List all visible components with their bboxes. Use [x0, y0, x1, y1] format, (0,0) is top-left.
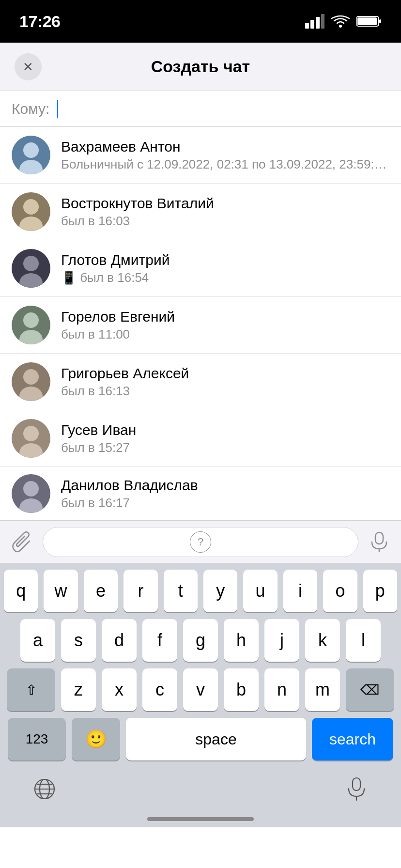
contact-item-danilov[interactable]: Данилов Владислав был в 16:17 [0, 467, 401, 520]
question-button[interactable]: ? [190, 531, 211, 553]
keyboard-rows: q w e r t y u i o p a s d f g h j k l ⇧ … [0, 563, 401, 760]
backspace-key[interactable]: ⌫ [346, 668, 394, 711]
key-row-2: a s d f g h j k l [4, 619, 397, 662]
svg-rect-3 [321, 14, 324, 29]
status-bar: 17:26 [0, 0, 401, 43]
contact-list: Вахрамеев Антон Больничный с 12.09.2022,… [0, 127, 401, 520]
svg-rect-0 [305, 23, 309, 29]
svg-point-14 [23, 312, 39, 328]
nav-header: ✕ Создать чат [0, 43, 401, 91]
key-o[interactable]: o [323, 570, 357, 612]
contact-item-gorelov[interactable]: Горелов Евгений был в 11:00 [0, 297, 401, 354]
keyboard-mic-button[interactable] [341, 774, 372, 805]
globe-button[interactable] [29, 774, 60, 805]
svg-point-18 [23, 426, 39, 441]
avatar-glotov [12, 249, 50, 288]
svg-point-13 [19, 273, 43, 288]
key-j[interactable]: j [264, 619, 299, 662]
contact-info-grigoriev: Григорьев Алексей был в 16:13 [61, 365, 389, 399]
key-row-3: ⇧ z x c v b n m ⌫ [4, 668, 397, 711]
svg-rect-6 [357, 17, 377, 25]
key-r[interactable]: r [123, 570, 157, 612]
key-b[interactable]: b [224, 668, 259, 711]
contact-info-gorelov: Горелов Евгений был в 11:00 [61, 309, 389, 342]
voice-button[interactable] [365, 528, 393, 556]
svg-rect-22 [375, 532, 383, 544]
key-row-1: q w e r t y u i o p [4, 570, 397, 612]
contact-info-vostroknutov: Вострокнутов Виталий был в 16:03 [61, 195, 389, 229]
keyboard-bottom [0, 767, 401, 811]
key-z[interactable]: z [61, 668, 96, 711]
contact-info-gusev: Гусев Иван был в 15:27 [61, 422, 389, 455]
message-bar: ? [0, 520, 401, 563]
page-title: Создать чат [151, 57, 250, 76]
svg-point-16 [23, 369, 39, 385]
key-e[interactable]: e [84, 570, 118, 612]
key-k[interactable]: k [305, 619, 340, 662]
contact-item-grigoriev[interactable]: Григорьев Алексей был в 16:13 [0, 354, 401, 410]
key-m[interactable]: m [305, 668, 340, 711]
message-input[interactable]: ? [43, 527, 358, 557]
key-t[interactable]: t [164, 570, 198, 612]
svg-point-21 [19, 498, 43, 513]
key-n[interactable]: n [264, 668, 299, 711]
key-q[interactable]: q [4, 570, 38, 612]
svg-rect-2 [316, 17, 320, 29]
signal-icon [305, 14, 324, 29]
svg-rect-1 [310, 20, 314, 29]
key-i[interactable]: i [283, 570, 317, 612]
attach-button[interactable] [8, 528, 36, 556]
to-cursor [57, 100, 58, 118]
contact-item-glotov[interactable]: Глотов Дмитрий 📱 был в 16:54 [0, 240, 401, 297]
contact-name: Гусев Иван [61, 422, 389, 438]
avatar-grigoriev [12, 362, 50, 401]
key-d[interactable]: d [102, 619, 137, 662]
close-icon: ✕ [23, 61, 33, 73]
key-g[interactable]: g [183, 619, 218, 662]
contact-item-vostroknutov[interactable]: Вострокнутов Виталий был в 16:03 [0, 184, 401, 240]
contact-name: Григорьев Алексей [61, 365, 389, 382]
emoji-key[interactable]: 🙂 [72, 718, 120, 760]
svg-rect-7 [379, 19, 381, 23]
key-u[interactable]: u [243, 570, 277, 612]
key-p[interactable]: p [363, 570, 397, 612]
key-s[interactable]: s [61, 619, 96, 662]
key-x[interactable]: x [102, 668, 137, 711]
status-icons [305, 14, 382, 29]
contact-status: 📱 был в 16:54 [61, 270, 389, 285]
contact-status: был в 16:03 [61, 214, 389, 229]
search-key[interactable]: search [312, 718, 393, 760]
contact-item-vakhrameev[interactable]: Вахрамеев Антон Больничный с 12.09.2022,… [0, 127, 401, 184]
contact-status: был в 11:00 [61, 327, 389, 342]
svg-point-20 [23, 481, 39, 496]
contact-name: Вахрамеев Антон [61, 139, 389, 155]
key-w[interactable]: w [44, 570, 77, 612]
svg-point-11 [19, 217, 43, 231]
svg-rect-29 [353, 778, 360, 790]
numbers-key[interactable]: 123 [8, 718, 66, 760]
home-indicator [147, 817, 254, 821]
battery-icon [356, 15, 382, 28]
avatar-gorelov [12, 306, 50, 344]
keyboard: q w e r t y u i o p a s d f g h j k l ⇧ … [0, 563, 401, 827]
key-row-special: 123 🙂 space search [4, 718, 397, 760]
wifi-icon [331, 15, 350, 28]
svg-point-12 [23, 256, 39, 271]
contact-info-vakhrameev: Вахрамеев Антон Больничный с 12.09.2022,… [61, 139, 389, 172]
contact-status: был в 16:17 [61, 496, 389, 511]
key-a[interactable]: a [20, 619, 55, 662]
space-key[interactable]: space [126, 718, 306, 760]
svg-point-17 [19, 387, 43, 401]
contact-name: Данилов Владислав [61, 477, 389, 494]
contact-item-gusev[interactable]: Гусев Иван был в 15:27 [0, 410, 401, 467]
shift-key[interactable]: ⇧ [7, 668, 55, 711]
to-field[interactable]: Кому: [0, 91, 401, 127]
key-y[interactable]: y [203, 570, 237, 612]
contact-status: был в 16:13 [61, 384, 389, 399]
key-l[interactable]: l [346, 619, 381, 662]
key-h[interactable]: h [224, 619, 259, 662]
close-button[interactable]: ✕ [15, 53, 42, 80]
key-f[interactable]: f [142, 619, 177, 662]
key-v[interactable]: v [183, 668, 218, 711]
key-c[interactable]: c [142, 668, 177, 711]
